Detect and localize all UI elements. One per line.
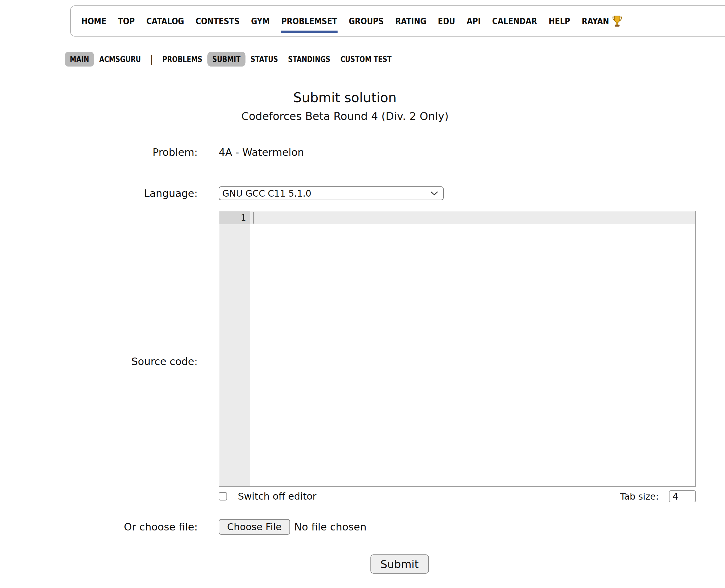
- nav-item-top[interactable]: TOP: [112, 6, 141, 36]
- text-cursor: [253, 212, 254, 224]
- file-row: Or choose file: Choose File No file chos…: [103, 519, 696, 535]
- title-block: Submit solution Codeforces Beta Round 4 …: [0, 90, 690, 122]
- nav-item-catalog[interactable]: CATALOG: [140, 6, 189, 36]
- submit-solution-page: Submit solution Codeforces Beta Round 4 …: [0, 66, 725, 574]
- username: RAYAN: [582, 16, 609, 26]
- sub-navigation: MAIN ACMSGURU | PROBLEMS SUBMIT STATUS S…: [65, 52, 397, 66]
- tab-size-label: Tab size:: [620, 491, 659, 502]
- subnav-divider: |: [146, 53, 158, 65]
- problem-row: Problem: 4A - Watermelon: [103, 146, 696, 158]
- nav-item-gym[interactable]: GYM: [245, 6, 276, 36]
- editor-active-line: [250, 211, 695, 224]
- subnav-item-status[interactable]: STATUS: [245, 52, 283, 66]
- top-navigation: HOME TOP CATALOG CONTESTS GYM PROBLEMSET…: [70, 5, 725, 37]
- switch-off-editor-checkbox[interactable]: [219, 492, 227, 501]
- submit-button[interactable]: Submit: [370, 554, 429, 574]
- nav-item-user[interactable]: RAYAN: [576, 6, 628, 36]
- nav-item-calendar[interactable]: CALENDAR: [486, 6, 543, 36]
- editor-gutter: [219, 211, 250, 486]
- nav-item-help[interactable]: HELP: [543, 6, 576, 36]
- nav-item-groups[interactable]: GROUPS: [343, 6, 389, 36]
- switch-off-editor-label[interactable]: Switch off editor: [238, 490, 317, 502]
- tab-size-group: Tab size:: [620, 490, 696, 502]
- top-navigation-items: HOME TOP CATALOG CONTESTS GYM PROBLEMSET…: [71, 6, 646, 36]
- contest-name: Codeforces Beta Round 4 (Div. 2 Only): [0, 110, 690, 122]
- language-label: Language:: [103, 187, 198, 199]
- subnav-item-standings[interactable]: STANDINGS: [283, 52, 335, 66]
- choose-file-label: Or choose file:: [103, 521, 198, 533]
- submit-row: Submit: [103, 554, 696, 574]
- source-row: Source code: 1: [103, 211, 696, 487]
- language-select[interactable]: GNU GCC C11 5.1.0: [219, 187, 443, 200]
- choose-file-button[interactable]: Choose File: [219, 519, 290, 535]
- nav-item-problemset[interactable]: PROBLEMSET: [276, 6, 343, 36]
- tab-size-input[interactable]: [669, 490, 696, 502]
- subnav-item-main[interactable]: MAIN: [65, 52, 94, 66]
- page-title: Submit solution: [0, 90, 690, 105]
- code-editor[interactable]: 1: [219, 211, 696, 487]
- subnav-item-custom-test[interactable]: CUSTOM TEST: [335, 52, 397, 66]
- problem-label: Problem:: [103, 146, 198, 158]
- submit-form: Problem: 4A - Watermelon Language: GNU G…: [103, 146, 696, 574]
- language-row: Language: GNU GCC C11 5.1.0: [103, 186, 696, 200]
- subnav-item-problems[interactable]: PROBLEMS: [158, 52, 207, 66]
- nav-item-home[interactable]: HOME: [76, 6, 112, 36]
- problem-value: 4A - Watermelon: [219, 146, 304, 158]
- subnav-item-submit[interactable]: SUBMIT: [207, 52, 245, 66]
- trophy-icon: [612, 14, 622, 27]
- nav-item-contests[interactable]: CONTESTS: [190, 6, 245, 36]
- nav-item-rating[interactable]: RATING: [390, 6, 432, 36]
- editor-line-number: 1: [219, 211, 250, 224]
- nav-item-api[interactable]: API: [461, 6, 486, 36]
- source-code-label: Source code:: [103, 355, 198, 368]
- file-status-text: No file chosen: [294, 521, 366, 533]
- subnav-item-acmsguru[interactable]: ACMSGURU: [94, 52, 146, 66]
- language-select-wrap: GNU GCC C11 5.1.0: [219, 186, 444, 200]
- editor-options-row: Switch off editor Tab size:: [103, 490, 696, 502]
- nav-item-edu[interactable]: EDU: [432, 6, 461, 36]
